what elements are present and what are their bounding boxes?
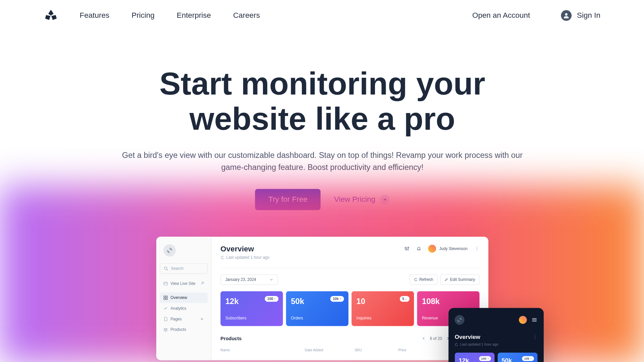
nav-pricing[interactable]: Pricing (131, 11, 155, 20)
date-picker[interactable]: January 23, 2024 (220, 275, 278, 285)
search-icon (164, 266, 168, 271)
sidebar-item-overview[interactable]: Overview (160, 293, 208, 303)
edit-summary-button[interactable]: Edit Summary (440, 275, 480, 285)
col-sku: SKU (355, 348, 398, 352)
sidebar-pages-label: Pages (170, 317, 182, 321)
dashboard-title: Overview (220, 245, 269, 253)
stat-label: Subscribers (225, 316, 278, 320)
mobile-more-icon[interactable]: ⋮ (532, 334, 538, 340)
pagination-label: 6 of 20 (430, 337, 442, 341)
svg-rect-4 (166, 296, 167, 297)
svg-point-7 (405, 248, 406, 249)
svg-point-9 (408, 247, 409, 248)
svg-point-0 (565, 13, 568, 15)
mobile-stat-cards: 100↑ 12k Subscribers 10k↑ 50k Orders (455, 353, 538, 362)
more-icon[interactable] (474, 246, 480, 251)
dashboard-header-right: Judy Stevenson (404, 245, 479, 253)
stat-inquiries[interactable]: 5↓ 10 Inquiries (352, 291, 414, 326)
mobile-topbar (455, 315, 538, 325)
open-account-link[interactable]: Open an Account (472, 11, 530, 20)
dashboard-preview: Search View Live Site Overview Ana (0, 237, 644, 360)
sidebar-analytics-label: Analytics (170, 306, 186, 311)
col-name: Name (220, 348, 305, 352)
dashboard-desktop: Search View Live Site Overview Ana (156, 237, 488, 360)
svg-point-1 (164, 267, 167, 270)
box-icon (163, 327, 168, 332)
mobile-stat-subscribers[interactable]: 100↑ 12k Subscribers (455, 353, 495, 362)
svg-point-12 (477, 250, 477, 251)
svg-point-10 (477, 247, 477, 248)
stat-badge: 10k↑ (330, 296, 344, 302)
sliders-icon[interactable] (404, 246, 410, 251)
user-menu[interactable]: Judy Stevenson (428, 245, 468, 253)
products-header: Products 6 of 20 Search (220, 334, 479, 343)
avatar (428, 245, 436, 253)
dashboard-mobile: Overview ⋮ Last updated 1 hour ago 100↑ … (448, 308, 544, 362)
external-link-icon (200, 282, 204, 286)
chevron-left-icon[interactable] (422, 337, 426, 341)
mobile-title: Overview (455, 334, 538, 341)
refresh-button[interactable]: Refresh (410, 275, 438, 285)
grid-icon (163, 296, 168, 300)
dashboard-logo-icon (163, 244, 176, 257)
svg-point-11 (477, 248, 477, 249)
refresh-icon (220, 256, 224, 260)
user-icon (561, 10, 572, 21)
nav-careers[interactable]: Careers (233, 11, 260, 20)
stat-label: Orders (291, 316, 343, 320)
refresh-icon (414, 278, 418, 282)
stat-orders[interactable]: 10k↑ 50k Orders (286, 291, 348, 326)
browser-icon (163, 282, 168, 286)
stat-badge: 5↓ (399, 296, 410, 302)
products-title: Products (220, 336, 241, 341)
col-price: Price (398, 348, 448, 352)
products-section: Products 6 of 20 Search Name Date Added (220, 334, 479, 352)
header: Features Pricing Enterprise Careers Open… (0, 0, 644, 31)
logo[interactable] (44, 9, 58, 22)
nav-features[interactable]: Features (80, 11, 110, 20)
dashboard-updated: Last updated 1 hour ago (220, 255, 269, 260)
svg-point-8 (407, 249, 408, 250)
sidebar-view-live[interactable]: View Live Site (160, 279, 208, 289)
sidebar-item-analytics[interactable]: Analytics (160, 303, 208, 314)
nav-links: Features Pricing Enterprise Careers (80, 11, 260, 20)
hero-title: Start monitoring your website like a pro (123, 66, 522, 136)
refresh-icon (455, 343, 459, 347)
menu-icon[interactable] (531, 317, 537, 323)
header-right: Open an Account Sign In (472, 10, 600, 21)
plus-icon (200, 317, 204, 321)
sidebar-search-placeholder: Search (171, 266, 184, 271)
stat-badge: 100↑ (479, 356, 491, 361)
edit-icon (445, 278, 448, 282)
sidebar-item-products[interactable]: Products (160, 324, 208, 335)
sign-in-label: Sign In (577, 11, 600, 20)
nav-enterprise[interactable]: Enterprise (177, 11, 211, 20)
view-live-label: View Live Site (170, 282, 195, 286)
dashboard-toolbar: January 23, 2024 Refresh Edit Summary (220, 268, 479, 285)
stat-badge: 100↑ (265, 296, 278, 302)
stat-badge: 10k↑ (522, 356, 534, 361)
mobile-logo-icon (455, 315, 465, 325)
mobile-avatar (519, 316, 527, 324)
svg-rect-5 (164, 298, 165, 300)
col-date: Date Added (305, 348, 355, 352)
sidebar-item-pages[interactable]: Pages (160, 314, 208, 324)
dashboard-sidebar: Search View Live Site Overview Ana (156, 237, 212, 360)
mobile-updated: Last updated 1 hour ago (455, 343, 538, 347)
user-name: Judy Stevenson (439, 247, 468, 251)
sidebar-search[interactable]: Search (160, 263, 208, 274)
mobile-stat-orders[interactable]: 10k↑ 50k Orders (498, 353, 538, 362)
stat-value: 108k (422, 297, 475, 306)
sidebar-overview-label: Overview (170, 296, 187, 300)
refresh-label: Refresh (419, 278, 433, 282)
svg-rect-3 (164, 296, 165, 297)
sign-in-button[interactable]: Sign In (561, 10, 600, 21)
svg-rect-2 (164, 282, 167, 285)
svg-rect-6 (166, 298, 167, 300)
edit-label: Edit Summary (450, 278, 475, 282)
stat-label: Inquiries (357, 316, 409, 320)
bell-icon[interactable] (416, 246, 422, 251)
hero-subtitle: Get a bird's eye view with our customiza… (114, 150, 531, 174)
chevron-down-icon (269, 278, 273, 282)
stat-subscribers[interactable]: 100↑ 12k Subscribers (220, 291, 283, 326)
